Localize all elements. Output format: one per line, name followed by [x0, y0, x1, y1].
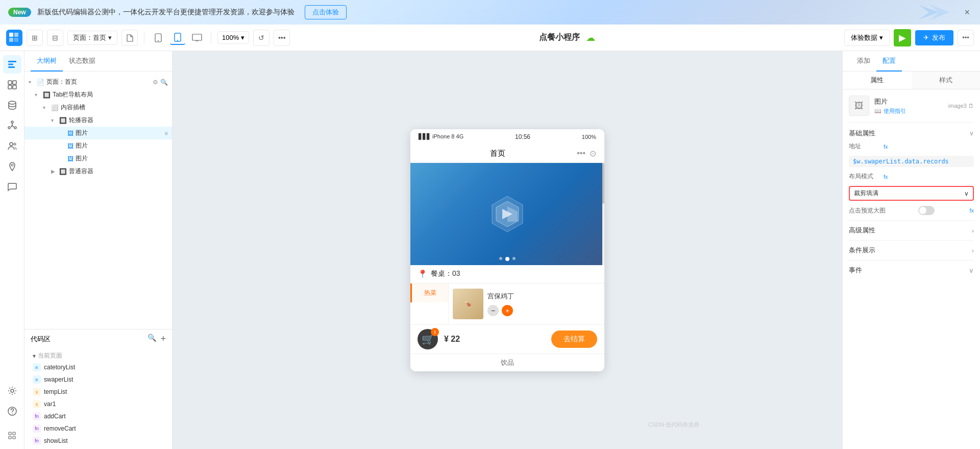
device-phone-active-button[interactable]	[170, 31, 185, 45]
page-add-button[interactable]	[121, 30, 138, 46]
address-fx-button[interactable]: fx	[884, 144, 888, 150]
location-nav-button[interactable]	[3, 157, 21, 176]
page-selector[interactable]: 页面：首页 ▾	[67, 31, 117, 45]
code-item-removeCart[interactable]: fn removeCart	[24, 422, 172, 435]
tree-drag-icon[interactable]: ≡	[165, 130, 168, 136]
grid-view-button[interactable]: ⊞	[27, 30, 43, 46]
outline-tree-nav-button[interactable]	[3, 55, 21, 74]
dish-image-1: 🍗	[453, 289, 483, 319]
message-nav-button[interactable]	[3, 178, 21, 196]
toolbar: ⊞ ⊟ 页面：首页 ▾ 100% ▾ ↺ •••	[0, 25, 980, 51]
address-value[interactable]: $w.swaperList.data.records	[849, 156, 974, 167]
component-guide-link[interactable]: 📖 使用指引	[874, 107, 943, 115]
cart-price: ¥ 22	[444, 335, 460, 344]
code-item-var1[interactable]: x var1	[24, 398, 172, 410]
phone-home-icon[interactable]: ⊙	[590, 149, 596, 158]
history-nav-button[interactable]	[3, 427, 21, 445]
close-announcement-button[interactable]: ×	[964, 7, 970, 18]
tree-item-content-slot[interactable]: ▾ ⬜ 内容插槽	[24, 101, 172, 114]
components-nav-button[interactable]	[3, 76, 21, 94]
cart-icon[interactable]: 🛒 1	[418, 329, 438, 349]
right-tab-config[interactable]: 配置	[876, 51, 902, 72]
device-phone-button[interactable]	[151, 31, 166, 45]
phone-time: 10:56	[515, 133, 530, 140]
category-list: 热菜	[410, 283, 449, 324]
tree-settings-icon[interactable]: ⚙	[153, 79, 158, 86]
code-item-tempList[interactable]: x tempList	[24, 386, 172, 398]
right-subtab-style[interactable]: 样式	[912, 72, 981, 89]
component-info: 图片 📖 使用指引	[874, 97, 943, 115]
help-nav-button[interactable]	[3, 402, 21, 420]
dish-minus-button[interactable]: −	[487, 305, 499, 316]
dish-plus-button[interactable]: +	[502, 305, 513, 316]
current-page-text: 当前页面	[38, 351, 62, 360]
flow-nav-button[interactable]	[3, 116, 21, 135]
users-nav-button[interactable]	[3, 137, 21, 155]
events-section[interactable]: 事件 ∨	[849, 260, 974, 280]
tab-outline[interactable]: 大纲树	[31, 51, 63, 72]
tree-item-container[interactable]: ▶ 🔲 普通容器	[24, 165, 172, 178]
tree-label-swiper: 轮播容器	[69, 116, 168, 125]
run-button[interactable]: ▶	[894, 29, 911, 46]
layout-mode-fx-button[interactable]: fx	[884, 174, 888, 180]
code-item-swaperList[interactable]: ≡ swaperList	[24, 373, 172, 386]
canvas-area: ▋▋▋ iPhone 8 4G 10:56 100% 首页 ••• ⊙	[173, 51, 842, 449]
try-button[interactable]: 点击体验	[305, 5, 347, 19]
checkout-button[interactable]: 去结算	[551, 330, 597, 348]
advanced-props-section[interactable]: 高级属性 ›	[849, 220, 974, 240]
refresh-button[interactable]: ↺	[253, 30, 270, 46]
tree-item-tab-nav[interactable]: ▾ 🔲 Tab栏导航布局	[24, 88, 172, 101]
category-item-hot[interactable]: 热菜	[410, 283, 448, 302]
code-icon-var2: x	[33, 400, 41, 408]
more-category: 饮品	[410, 353, 604, 371]
tree-item-img2[interactable]: 🖼 图片	[24, 139, 172, 152]
layout-mode-row: 布局模式 fx	[849, 172, 974, 181]
code-item-catetoryList[interactable]: ≡ catetoryList	[24, 361, 172, 373]
tab-state-data[interactable]: 状态数据	[63, 51, 102, 72]
tree-label-container: 普通容器	[69, 167, 168, 176]
preview-fx-button[interactable]: fx	[969, 207, 974, 214]
preview-toggle-switch[interactable]	[918, 206, 935, 215]
tree-item-swiper[interactable]: ▾ 🔲 轮播容器	[24, 114, 172, 127]
code-item-showList[interactable]: fn showList	[24, 435, 172, 447]
svg-rect-28	[13, 432, 15, 435]
swiper-dot-1	[499, 257, 502, 260]
layout-mode-value: 裁剪填满	[854, 189, 878, 198]
tree-arrow-swiper: ▾	[51, 117, 57, 123]
code-label-tempList: tempList	[44, 388, 67, 395]
tree-item-img1[interactable]: 🖼 图片 ≡	[24, 127, 172, 139]
device-desktop-button[interactable]	[189, 31, 205, 45]
datasource-nav-button[interactable]	[3, 96, 21, 114]
phone-battery: 100%	[582, 134, 596, 140]
code-search-icon[interactable]: 🔍	[148, 334, 156, 344]
tree-item-page[interactable]: ▾ 📄 页面：首页 ⚙ 🔍	[24, 76, 172, 88]
current-page-arrow: ▾	[33, 352, 36, 360]
zoom-selector[interactable]: 100% ▾	[217, 31, 249, 44]
zoom-dropdown-arrow: ▾	[241, 34, 244, 41]
phone-more-icon[interactable]: •••	[577, 149, 585, 158]
right-subtab-props[interactable]: 属性	[843, 72, 912, 89]
settings-nav-button[interactable]	[3, 382, 21, 400]
publish-button[interactable]: ✈ 发布	[915, 30, 953, 45]
code-label-removeCart: removeCart	[44, 425, 76, 432]
tree-search-icon[interactable]: 🔍	[160, 79, 168, 86]
toolbar-overflow-button[interactable]: •••	[958, 30, 974, 46]
tree-item-img3[interactable]: 🖼 图片	[24, 152, 172, 165]
right-tab-add[interactable]: 添加	[851, 51, 876, 72]
svg-rect-2	[9, 38, 13, 42]
advanced-props-title: 高级属性	[849, 226, 875, 235]
layout-mode-select[interactable]: 裁剪填满 ∨	[849, 186, 974, 201]
basic-props-section-header[interactable]: 基础属性 ∨	[849, 129, 974, 138]
dish-price-row: − +	[487, 305, 600, 316]
preview-data-button[interactable]: 体验数据 ▾	[844, 30, 890, 46]
logo-icon[interactable]	[6, 30, 22, 46]
tree-arrow-content-slot: ▾	[43, 105, 49, 110]
code-add-icon[interactable]: +	[160, 334, 166, 344]
page-view-button[interactable]: ⊟	[47, 30, 63, 46]
code-icon-list: ≡	[33, 363, 41, 371]
code-item-addCart[interactable]: fn addCart	[24, 410, 172, 422]
code-label-catetoryList: catetoryList	[44, 364, 75, 371]
code-section-header[interactable]: 代码区 🔍 +	[24, 329, 172, 348]
more-toolbar-button[interactable]: •••	[274, 30, 290, 46]
conditional-section[interactable]: 条件展示 ›	[849, 240, 974, 260]
